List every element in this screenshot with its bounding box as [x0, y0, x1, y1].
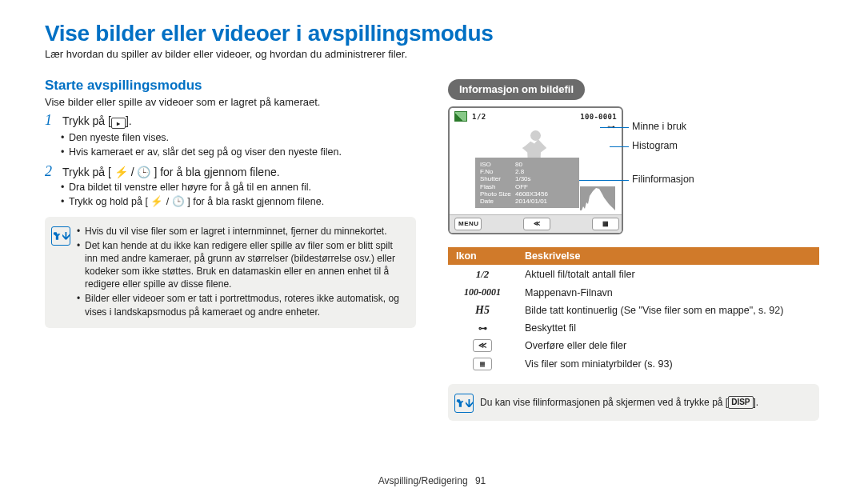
- table-row: ▦ Vis filer som miniatyrbilder (s. 93): [448, 354, 819, 373]
- share-button-icon: [523, 218, 550, 230]
- step-number-1: 1: [45, 113, 58, 127]
- table-row: 1/2 Aktuell fil/totalt antall filer: [448, 265, 819, 283]
- lcd-file-count: 1/2: [472, 113, 486, 121]
- row-icon-count: 1/2: [448, 265, 517, 283]
- note-box: Hvis du vil vise filer som er lagret i i…: [45, 217, 416, 328]
- footer-section: Avspilling/Redigering: [378, 475, 468, 486]
- play-key-icon: [111, 118, 126, 129]
- page-lead: Lær hvordan du spiller av bilder eller v…: [45, 48, 819, 60]
- step-2: 2 Trykk på [ ⚡ / 🕒 ] for å bla gjennom f…: [45, 164, 416, 178]
- note-list: Hvis du vil vise filer som er lagret i i…: [77, 225, 408, 320]
- table-row: ⊶ Beskyttet fil: [448, 319, 819, 336]
- step-1-bullets: Den nyeste filen vises. Hvis kameraet er…: [45, 131, 416, 159]
- tip-box: Du kan vise filinformasjonen på skjermen…: [448, 384, 819, 421]
- tip-text-post: ].: [754, 397, 759, 408]
- section-title: Starte avspillingsmodus: [45, 78, 416, 94]
- disp-key-icon: DISP: [728, 396, 753, 409]
- step-1-body: Trykk på [].: [62, 114, 416, 129]
- step-2-bullets: Dra bildet til venstre eller høyre for å…: [45, 181, 416, 209]
- histogram: [580, 186, 615, 210]
- row-desc: Overføre eller dele filer: [517, 336, 819, 354]
- step1-bullet: Hvis kameraet er av, slår det seg på og …: [61, 146, 416, 159]
- row-desc: Aktuell fil/totalt antall filer: [517, 265, 819, 283]
- row-desc: Bilde tatt kontinuerlig (Se "Vise filer …: [517, 301, 819, 319]
- callout-memory: Minne i bruk: [632, 121, 686, 132]
- thumbnail-grid-button-icon: [592, 218, 619, 230]
- step2-bullet: Trykk og hold på [ ⚡ / 🕒 ] for å bla ras…: [61, 195, 416, 209]
- lcd-frame: 1/2 100-0001 ⊶ ISO80 F.No2.8 Shutter1/30…: [448, 106, 623, 234]
- table-row: H5 Bilde tatt kontinuerlig (Se "Vise fil…: [448, 301, 819, 319]
- row-icon-burst: H5: [448, 301, 517, 319]
- callout-fileinfo: Filinformasjon: [632, 174, 694, 185]
- step-number-2: 2: [45, 164, 58, 178]
- step1-text-post: ].: [126, 114, 132, 127]
- section-subtext: Vise bilder eller spille av videoer som …: [45, 96, 416, 108]
- step1-bullet: Den nyeste filen vises.: [61, 131, 416, 145]
- th-icon: Ikon: [448, 247, 517, 265]
- step1-text-pre: Trykk på [: [62, 114, 111, 127]
- footer-page-number: 91: [475, 475, 486, 486]
- page-title: Vise bilder eller videoer i avspillingsm…: [45, 21, 819, 46]
- right-column: Informasjon om bildefil 1/2 100-0001 ⊶ I…: [448, 78, 819, 421]
- step-1: 1 Trykk på [].: [45, 113, 416, 129]
- row-icon-filenum: 100-0001: [448, 283, 517, 301]
- photo-icon: [454, 111, 467, 122]
- callout-histogram: Histogram: [632, 140, 678, 151]
- row-desc: Vis filer som miniatyrbilder (s. 93): [517, 354, 819, 373]
- note-icon: [51, 226, 70, 246]
- th-desc: Beskrivelse: [517, 247, 819, 265]
- row-desc: Beskyttet fil: [517, 319, 819, 336]
- lcd-file-number: 100-0001: [580, 113, 617, 121]
- table-row: 100-0001 Mappenavn-Filnavn: [448, 283, 819, 301]
- step2-bullet: Dra bildet til venstre eller høyre for å…: [61, 181, 416, 194]
- icon-description-table: Ikon Beskrivelse 1/2 Aktuell fil/totalt …: [448, 247, 819, 373]
- note-item: Bilder eller videoer som er tatt i portr…: [77, 292, 408, 318]
- menu-button: MENU: [454, 218, 482, 230]
- tip-text-pre: Du kan vise filinformasjonen på skjermen…: [480, 397, 728, 408]
- row-desc: Mappenavn-Filnavn: [517, 283, 819, 301]
- page-footer: Avspilling/Redigering 91: [0, 475, 864, 486]
- note-item: Hvis du vil vise filer som er lagret i i…: [77, 225, 408, 238]
- table-row: ≪ Overføre eller dele filer: [448, 336, 819, 354]
- row-icon-share: ≪: [448, 336, 517, 354]
- step-2-body: Trykk på [ ⚡ / 🕒 ] for å bla gjennom fil…: [62, 166, 416, 178]
- note-icon: [454, 394, 474, 413]
- row-icon-lock: ⊶: [448, 319, 517, 336]
- lcd-screen-diagram: 1/2 100-0001 ⊶ ISO80 F.No2.8 Shutter1/30…: [448, 106, 680, 234]
- exif-panel: ISO80 F.No2.8 Shutter1/30s FlashOFF Phot…: [475, 158, 579, 208]
- row-icon-grid: ▦: [448, 354, 517, 373]
- info-pill: Informasjon om bildefil: [448, 79, 585, 100]
- note-item: Det kan hende at du ikke kan redigere el…: [77, 239, 408, 291]
- left-column: Starte avspillingsmodus Vise bilder elle…: [45, 78, 416, 421]
